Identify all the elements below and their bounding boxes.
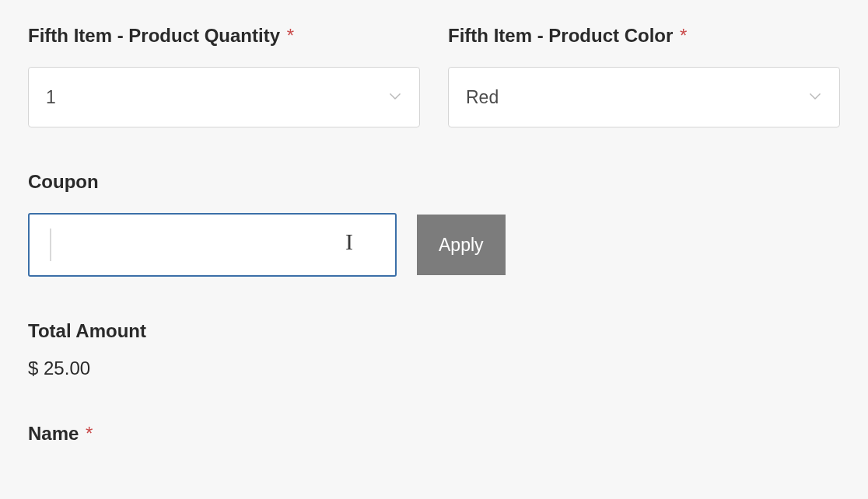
quantity-label-text: Fifth Item - Product Quantity <box>28 25 280 46</box>
apply-button[interactable]: Apply <box>417 215 506 275</box>
quantity-label: Fifth Item - Product Quantity * <box>28 25 420 47</box>
coupon-row: I Apply <box>28 213 840 277</box>
quantity-select[interactable]: 1 <box>28 67 420 127</box>
color-select-wrap: Red <box>448 67 840 127</box>
total-label: Total Amount <box>28 320 840 342</box>
coupon-input[interactable] <box>28 213 397 277</box>
quantity-field: Fifth Item - Product Quantity * 1 <box>28 25 420 127</box>
total-section: Total Amount $ 25.00 <box>28 320 840 379</box>
color-select[interactable]: Red <box>448 67 840 127</box>
quantity-select-value: 1 <box>46 87 56 108</box>
color-required-marker: * <box>680 25 687 46</box>
name-required-marker: * <box>86 423 93 444</box>
name-label-text: Name <box>28 423 79 444</box>
total-value: $ 25.00 <box>28 358 840 379</box>
quantity-select-wrap: 1 <box>28 67 420 127</box>
name-field: Name * <box>28 423 840 445</box>
color-field: Fifth Item - Product Color * Red <box>448 25 840 127</box>
color-select-value: Red <box>466 87 499 108</box>
product-options-row: Fifth Item - Product Quantity * 1 Fifth … <box>28 25 840 127</box>
quantity-required-marker: * <box>287 25 294 46</box>
coupon-section: Coupon I Apply <box>28 171 840 277</box>
name-label: Name * <box>28 423 840 445</box>
color-label-text: Fifth Item - Product Color <box>448 25 673 46</box>
coupon-input-wrap: I <box>28 213 397 277</box>
color-label: Fifth Item - Product Color * <box>448 25 840 47</box>
coupon-label: Coupon <box>28 171 840 193</box>
